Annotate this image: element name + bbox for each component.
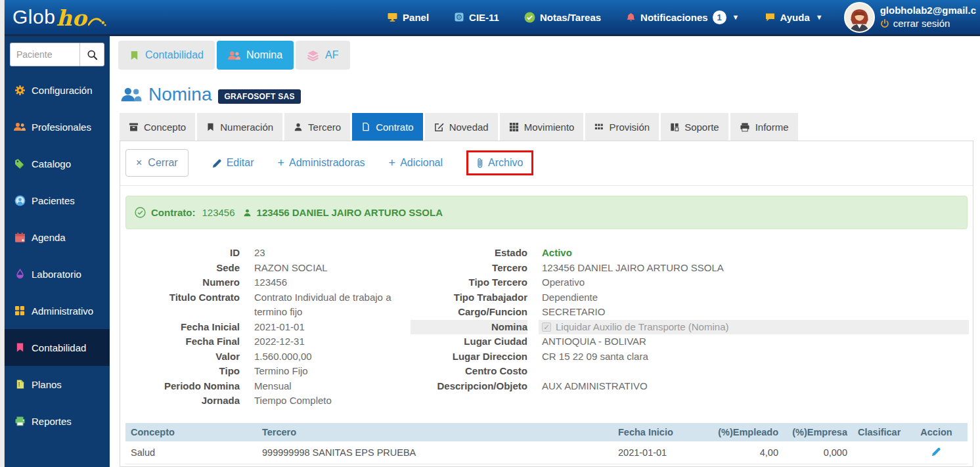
sidebar-item-catalogo[interactable]: Catalogo	[5, 145, 110, 182]
bell-icon	[626, 12, 636, 22]
gear-icon	[14, 85, 26, 96]
person-icon	[243, 208, 252, 217]
detail-label: Tipo Trabajador	[411, 290, 527, 305]
cell-empleado: 4,00	[711, 464, 784, 467]
tab-concepto[interactable]: Concepto	[120, 113, 195, 141]
sidebar-item-profesionales[interactable]: Profesionales	[5, 108, 110, 145]
person-circle-icon	[14, 195, 26, 206]
detail-label: Tipo Tercero	[411, 275, 527, 290]
globho-logo: Globho	[12, 6, 106, 28]
detail-value: Termino Fijo	[254, 364, 308, 379]
grid6-icon	[594, 123, 604, 131]
nav-item-panel[interactable]: Panel	[387, 12, 429, 23]
sidebar-item-planos[interactable]: Planos	[5, 366, 110, 403]
cell-fecha: 2021-01-01	[613, 441, 711, 464]
detail-label: Fecha Final	[120, 334, 240, 349]
detail-value: Mensual	[254, 379, 292, 394]
alert-tercero: 123456 DANIEL JAIRO ARTURO SSOLA	[257, 207, 443, 218]
printer-icon	[740, 122, 750, 132]
sidebar-item-administrativo[interactable]: Administrativo	[5, 292, 110, 329]
browser-edge-strip	[0, 0, 5, 467]
detail-value: AUX ADMINISTRATIVO	[542, 379, 648, 394]
archivo-link[interactable]: Archivo	[477, 157, 523, 169]
nomina-tab-bar: Concepto Numeración Tercero Contrato Nov…	[120, 113, 970, 141]
sidebar-item-laboratorio[interactable]: Laboratorio	[5, 256, 110, 292]
tab-contrato[interactable]: Contrato	[352, 113, 423, 141]
bookmark-icon	[14, 342, 26, 353]
module-tab-contabilidad[interactable]: Contabilidad	[118, 41, 215, 70]
nav-item-cie11[interactable]: CIE-11	[454, 12, 499, 23]
check-circle-outline-icon	[135, 207, 146, 218]
sidebar-item-pacientes[interactable]: Pacientes	[5, 182, 110, 219]
sidebar-item-reportes[interactable]: Reportes	[5, 403, 110, 439]
detail-label: Jornada	[120, 393, 240, 409]
detail-label: Lugar Direccion	[411, 349, 527, 365]
cell-concepto: Salud	[125, 441, 257, 464]
contract-toolbar: × Cerrar Editar + Administradoras + Adic…	[120, 141, 973, 186]
nav-item-notificaciones[interactable]: Notificaciones 1 ▼	[626, 11, 739, 24]
columns-icon	[670, 122, 679, 132]
cell-fecha: 2021-01-01	[613, 464, 711, 467]
cie11-book-icon	[454, 12, 464, 22]
liquidar-auxilio-checkbox[interactable]: ✓	[542, 322, 551, 332]
detail-value: ANTIOQUIA - BOLIVAR	[542, 334, 646, 349]
tab-provision[interactable]: Provisión	[585, 113, 659, 141]
col-accion: Accion	[905, 423, 968, 441]
module-tab-af[interactable]: AF	[296, 41, 349, 70]
cell-empresa: 12,000	[784, 464, 853, 467]
search-input[interactable]	[10, 43, 79, 66]
pencil-icon[interactable]	[931, 447, 941, 456]
bookmark-icon	[206, 122, 215, 132]
cerrar-button[interactable]: × Cerrar	[125, 149, 189, 177]
col-tercero: Tercero	[257, 423, 613, 441]
adicional-link[interactable]: + Adicional	[389, 156, 443, 170]
table-row: Pension 900378031 FONDO DE PENSIONES OBL…	[125, 464, 968, 467]
tab-informe[interactable]: Informe	[730, 113, 798, 141]
tab-movimiento[interactable]: Movimiento	[500, 113, 584, 141]
sidebar-item-configuracion[interactable]: Configuración	[5, 72, 110, 108]
paperclip-icon	[477, 157, 483, 169]
logout-link[interactable]: cerrar sesión	[880, 17, 976, 30]
nav-item-ayuda[interactable]: Ayuda ▼	[765, 12, 823, 23]
tab-soporte[interactable]: Soporte	[661, 113, 728, 141]
detail-value: Operativo	[542, 275, 585, 290]
tab-novedad[interactable]: Novedad	[425, 113, 498, 141]
page-title: Nomina GRAFOSOFT SAS	[121, 84, 980, 105]
detail-value: 23	[254, 246, 265, 261]
cell-concepto: Pension	[125, 464, 257, 467]
grid9-icon	[509, 122, 519, 132]
contract-details: ID23 SedeRAZON SOCIAL Numero123456 Titul…	[120, 246, 973, 409]
detail-label: Periodo Nomina	[120, 379, 240, 394]
nav-item-notas-tareas[interactable]: Notas/Tareas	[524, 12, 601, 23]
contract-success-alert: Contrato: 123456 123456 DANIEL JAIRO ART…	[125, 196, 968, 229]
administradoras-link[interactable]: + Administradoras	[277, 156, 365, 170]
tab-numeracion[interactable]: Numeración	[197, 113, 282, 141]
sidebar-item-contabilidad[interactable]: Contabilidad	[5, 329, 110, 366]
search-button[interactable]	[79, 43, 104, 66]
check-circle-icon	[524, 12, 535, 23]
main-content: Contabilidad Nomina AF Nomina GRAFOSOFT …	[110, 36, 980, 467]
cell-clasificar	[853, 441, 905, 464]
detail-label: Sede	[120, 261, 240, 276]
module-tab-bar: Contabilidad Nomina AF	[110, 36, 980, 70]
detail-label: Nomina	[411, 320, 527, 335]
editar-link[interactable]: Editar	[212, 157, 254, 169]
detail-value: CR 15 22 09 santa clara	[542, 349, 648, 365]
tab-tercero[interactable]: Tercero	[284, 113, 350, 141]
detail-label: Estado	[411, 246, 527, 261]
module-tab-nomina[interactable]: Nomina	[217, 41, 294, 70]
detail-value: Contrato Individual de trabajo a termino…	[254, 290, 394, 320]
detail-value: 2021-01-01	[254, 320, 305, 335]
logo-text-ho: ho	[56, 9, 87, 28]
user-avatar[interactable]	[844, 2, 875, 33]
detail-value: Tiempo Completo	[254, 393, 332, 409]
detail-label: Descripcion/Objeto	[411, 379, 527, 394]
pencil-icon	[212, 158, 222, 168]
cell-tercero: 900378031 FONDO DE PENSIONES OBLIGATORIA…	[257, 464, 613, 467]
sidebar-item-agenda[interactable]: Agenda	[5, 219, 110, 256]
search-icon	[87, 49, 98, 60]
detail-label: Numero	[120, 275, 240, 290]
detail-value: SECRETARIO	[542, 305, 605, 320]
droplet-icon	[14, 269, 26, 280]
check-mark: ✓	[543, 320, 549, 335]
